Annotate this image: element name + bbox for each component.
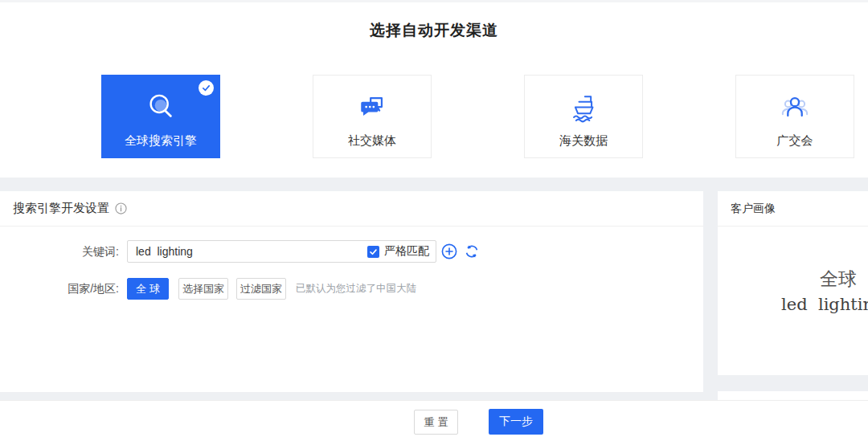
refresh-icon[interactable] <box>464 243 480 259</box>
strict-match-checkbox[interactable] <box>367 246 379 258</box>
search-icon <box>142 89 179 126</box>
channel-card-customs-data[interactable]: 海关数据 <box>524 75 643 158</box>
reset-button[interactable]: 重置 <box>414 410 458 435</box>
info-icon[interactable] <box>115 202 127 214</box>
settings-panel-header: 搜索引擎开发设置 <box>0 191 703 227</box>
search-engine-settings-panel: 搜索引擎开发设置 关键词: 严格匹配 <box>0 191 703 392</box>
settings-panel-title: 搜索引擎开发设置 <box>13 201 109 216</box>
channel-card-canton-fair[interactable]: 广交会 <box>735 75 854 158</box>
keyword-input-wrap: 严格匹配 <box>127 240 436 263</box>
people-icon <box>776 89 813 126</box>
channel-label: 社交媒体 <box>348 133 396 149</box>
keyword-label: 关键词: <box>0 240 119 263</box>
cloud-word-keyword: led lighting <box>781 295 868 314</box>
strict-match-label: 严格匹配 <box>384 244 429 259</box>
channel-select-section: 选择自动开发渠道 全球搜索引擎 社交媒体 <box>0 2 868 178</box>
ship-icon <box>565 89 602 126</box>
channel-label: 海关数据 <box>559 133 608 149</box>
next-step-button[interactable]: 下一步 <box>489 409 543 435</box>
channel-label: 广交会 <box>777 133 813 149</box>
channel-label: 全球搜索引擎 <box>125 133 197 149</box>
profile-panel-title: 客户画像 <box>731 202 776 216</box>
customer-profile-panel: 客户画像 全球 led lighting <box>718 191 868 375</box>
region-option-select-country[interactable]: 选择国家 <box>178 278 228 300</box>
add-keyword-icon[interactable] <box>441 243 457 259</box>
footer-bar: 重置 下一步 <box>0 400 868 441</box>
region-row: 国家/地区: 全球 选择国家 过滤国家 已默认为您过滤了中国大陆 <box>0 278 703 300</box>
keyword-input[interactable] <box>136 245 367 258</box>
channel-card-social-media[interactable]: 社交媒体 <box>313 75 432 158</box>
region-hint-text: 已默认为您过滤了中国大陆 <box>296 278 416 300</box>
profile-panel-header: 客户画像 <box>718 191 868 227</box>
strict-match-option: 严格匹配 <box>367 244 429 259</box>
region-label: 国家/地区: <box>0 278 119 300</box>
region-option-global[interactable]: 全球 <box>127 278 169 300</box>
region-option-filter-country[interactable]: 过滤国家 <box>236 278 286 300</box>
keyword-row: 关键词: 严格匹配 <box>0 240 703 263</box>
chat-icon <box>354 89 391 126</box>
selected-check-icon <box>199 80 214 96</box>
cloud-word-global: 全球 <box>820 267 857 292</box>
page-title: 选择自动开发渠道 <box>0 20 868 41</box>
channel-card-global-search[interactable]: 全球搜索引擎 <box>101 75 220 158</box>
